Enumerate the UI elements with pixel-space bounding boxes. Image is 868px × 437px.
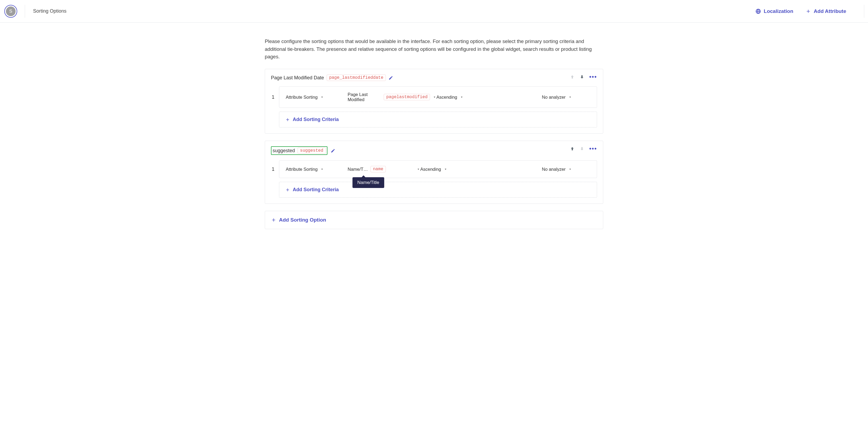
globe-icon [755,8,761,14]
criteria-row: 1 Attribute Sorting Name/T… name Name/Ti… [279,160,597,178]
add-sorting-criteria-button[interactable]: Add Sorting Criteria [279,111,597,128]
analyzer-select[interactable]: No analyzer [542,95,590,100]
divider [864,5,864,18]
intro-text: Please configure the sorting options tha… [265,38,603,61]
direction-label: Ascending [420,167,441,172]
add-sorting-option-button[interactable]: Add Sorting Option [265,211,603,229]
chevron-down-icon [320,167,324,171]
attribute-select[interactable]: Name/T… name Name/Title [348,166,420,172]
option-code: page_lastmodifieddate [327,74,386,81]
criteria-index: 1 [272,166,274,172]
sorting-type-select[interactable]: Attribute Sorting [286,95,348,100]
attribute-tooltip: Name/Title [352,177,384,188]
sorting-type-label: Attribute Sorting [286,167,317,172]
move-up-button[interactable] [570,146,575,151]
add-sorting-criteria-button[interactable]: Add Sorting Criteria [279,182,597,198]
move-down-button [580,146,584,151]
add-criteria-label: Add Sorting Criteria [293,117,339,122]
content: Please configure the sorting options tha… [260,38,608,245]
criteria-index: 1 [272,94,274,100]
localization-label: Localization [764,8,794,14]
edit-button[interactable] [389,75,393,80]
plus-icon [806,9,811,14]
attribute-select[interactable]: Page Last Modified pagelastmodified [348,92,436,102]
arrow-up-icon [570,74,575,79]
sorting-option-card: suggested suggested ••• 1 Attribute Sort… [265,141,603,204]
arrow-up-icon [570,146,575,151]
chevron-down-icon [320,95,324,99]
plus-icon [271,217,276,223]
chevron-down-icon [433,95,436,99]
pencil-icon [389,75,393,80]
add-attribute-label: Add Attribute [814,8,846,14]
more-menu-button[interactable]: ••• [589,147,597,150]
chevron-down-icon [444,167,447,171]
arrow-down-icon [580,74,584,79]
analyzer-select[interactable]: No analyzer [542,167,590,172]
direction-select[interactable]: Ascending [436,95,496,100]
criteria-row: 1 Attribute Sorting Page Last Modified p… [279,86,597,108]
sorting-type-label: Attribute Sorting [286,95,317,100]
option-header: suggested suggested [271,146,328,155]
more-menu-button[interactable]: ••• [589,75,597,78]
page-title: Sorting Options [33,8,66,14]
edit-button[interactable] [331,148,335,153]
chevron-down-icon [568,167,572,171]
direction-label: Ascending [436,95,457,100]
option-controls: ••• [570,146,597,151]
option-controls: ••• [570,74,597,79]
add-attribute-button[interactable]: Add Attribute [806,8,846,14]
add-criteria-label: Add Sorting Criteria [293,187,339,193]
chevron-down-icon [568,95,572,99]
arrow-down-icon [580,146,584,151]
avatar[interactable]: S [4,5,17,18]
chevron-down-icon [460,95,464,99]
analyzer-label: No analyzer [542,95,565,100]
divider [25,5,25,18]
move-up-button [570,74,575,79]
topbar: S Sorting Options Localization Add Attri… [0,0,868,23]
option-header: Page Last Modified Date page_lastmodifie… [271,74,597,81]
attribute-label: Page Last Modified [348,92,381,102]
direction-select[interactable]: Ascending [420,167,479,172]
avatar-letter: S [6,6,16,16]
add-option-label: Add Sorting Option [279,217,326,223]
plus-icon [285,188,290,192]
chevron-down-icon [416,167,420,171]
attribute-code: pagelastmodified [384,94,430,100]
localization-button[interactable]: Localization [755,8,794,14]
pencil-icon [331,148,335,153]
option-title: suggested [273,148,295,154]
attribute-label: Name/T… [348,167,368,172]
sorting-type-select[interactable]: Attribute Sorting [286,167,348,172]
analyzer-label: No analyzer [542,167,565,172]
sorting-option-card: Page Last Modified Date page_lastmodifie… [265,69,603,134]
plus-icon [285,117,290,122]
option-title: Page Last Modified Date [271,75,324,81]
option-code: suggested [298,147,326,154]
move-down-button[interactable] [580,74,584,79]
attribute-code: name [371,166,385,172]
